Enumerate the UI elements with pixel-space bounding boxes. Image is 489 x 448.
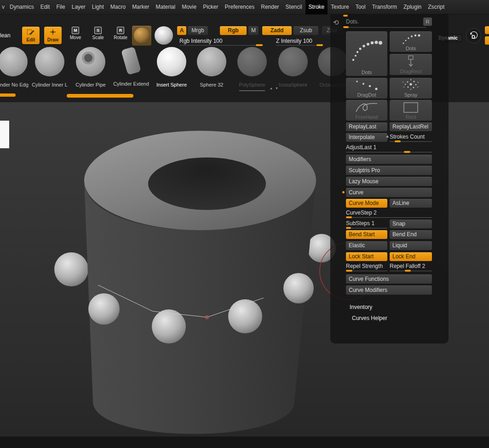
stroke-tile-dragrect[interactable]: DragRect bbox=[390, 54, 432, 75]
menu-item-macro[interactable]: Macro bbox=[107, 0, 129, 14]
adjust-last-thumb[interactable] bbox=[404, 151, 410, 153]
shelf-scroll-down-icon[interactable]: ▼ bbox=[275, 87, 278, 90]
replay-last-button[interactable]: ReplayLast bbox=[346, 122, 387, 131]
as-line-button[interactable]: AsLine bbox=[390, 199, 432, 208]
lock-start-button[interactable]: Lock Start bbox=[346, 252, 387, 261]
restore-config-icon[interactable]: ⟲ bbox=[333, 19, 339, 26]
curves-helper-item[interactable]: Curves Helper bbox=[352, 315, 387, 321]
menu-item-stencil[interactable]: Stencil bbox=[282, 0, 305, 14]
strokes-count-thumb[interactable] bbox=[395, 140, 401, 142]
clipped-left-button-label[interactable]: lean bbox=[0, 32, 11, 39]
menu-item-transform[interactable]: Transform bbox=[369, 0, 400, 14]
snap-button[interactable]: Snap bbox=[390, 220, 432, 228]
curve-section[interactable]: Curve bbox=[346, 188, 432, 197]
interpolate-button[interactable]: Interpolate bbox=[346, 133, 387, 142]
menu-item-render[interactable]: Render bbox=[258, 0, 282, 14]
shelf-scroll-track[interactable] bbox=[239, 90, 265, 91]
stroke-tile-dragdot[interactable]: DragDot bbox=[346, 78, 387, 99]
edit-button[interactable]: Edit bbox=[22, 27, 40, 44]
material-preview-sphere[interactable] bbox=[155, 26, 173, 45]
shelf-item-icosasphere[interactable]: IcosaSphere bbox=[272, 46, 314, 90]
strokes-count-slider[interactable]: Strokes Count bbox=[390, 134, 432, 142]
bend-start-button[interactable]: Bend Start bbox=[346, 230, 387, 239]
lock-end-button[interactable]: Lock End bbox=[390, 252, 432, 261]
stroke-tile-dots-small[interactable]: Dots bbox=[390, 31, 432, 52]
menu-item-file[interactable]: File bbox=[53, 0, 68, 14]
replay-last-rel-button[interactable]: ReplayLastRel bbox=[390, 122, 432, 131]
draw-button[interactable]: Draw bbox=[44, 27, 62, 44]
menu-item-zscript[interactable]: Zscript bbox=[425, 0, 448, 14]
curve-functions-section[interactable]: Curve Functions bbox=[346, 274, 432, 284]
stroke-tile-spray[interactable]: Spray bbox=[390, 78, 432, 99]
z-intensity-track[interactable] bbox=[276, 45, 323, 46]
menu-item-movie[interactable]: Movie bbox=[178, 0, 200, 14]
rgb-intensity-track[interactable] bbox=[179, 45, 263, 46]
shelf-scrollbar-main[interactable] bbox=[67, 94, 133, 98]
scale-button[interactable]: S Scale bbox=[90, 27, 106, 40]
current-stroke-name[interactable]: Dots. bbox=[346, 18, 359, 25]
clipped-right-button-bottom[interactable] bbox=[485, 36, 489, 45]
menu-item-edit[interactable]: Edit bbox=[37, 0, 53, 14]
shelf-scroll-up-icon[interactable]: ▲ bbox=[270, 87, 273, 90]
m-button[interactable]: M bbox=[248, 26, 259, 35]
menu-item-layer[interactable]: Layer bbox=[69, 0, 89, 14]
substeps-slider[interactable]: SubSteps 1 bbox=[346, 220, 387, 228]
menu-item-marker[interactable]: Marker bbox=[129, 0, 152, 14]
menu-item-material[interactable]: Material bbox=[152, 0, 178, 14]
stroke-r-button[interactable]: R bbox=[423, 17, 432, 26]
substeps-thumb[interactable] bbox=[346, 227, 351, 229]
popup-edge-thumb-1[interactable] bbox=[343, 15, 348, 17]
rotate-button[interactable]: R Rotate bbox=[111, 27, 130, 40]
mrgb-button[interactable]: Mrgb bbox=[188, 26, 208, 35]
shelf-item-insert-sphere[interactable]: Insert Sphere bbox=[151, 46, 192, 90]
shelf-item-sphere-32[interactable]: Sphere 32 bbox=[191, 46, 232, 90]
elastic-button[interactable]: Elastic bbox=[346, 241, 387, 250]
clipped-right-button-top[interactable] bbox=[485, 26, 489, 34]
repel-strength-slider[interactable]: Repel Strength bbox=[346, 263, 387, 271]
curve-mode-button[interactable]: Curve Mode bbox=[346, 199, 387, 208]
repel-falloff-thumb[interactable] bbox=[405, 270, 411, 272]
rgb-intensity-slider[interactable]: Rgb Intensity 100 bbox=[179, 38, 222, 44]
dynamic-draw-size-badge[interactable]: D bbox=[466, 28, 481, 43]
menu-item-tool[interactable]: Tool bbox=[352, 0, 369, 14]
stroke-tile-rect[interactable]: Rect bbox=[390, 100, 432, 121]
repel-falloff-slider[interactable]: Repel Falloff 2 bbox=[390, 263, 432, 271]
move-button[interactable]: M Move bbox=[67, 27, 84, 40]
stroke-tile-freehand[interactable]: FreeHand bbox=[346, 100, 387, 121]
zadd-button[interactable]: Zadd bbox=[262, 26, 292, 35]
stroke-tile-dots-large[interactable]: Dots bbox=[346, 31, 387, 76]
menu-item-dynamics[interactable]: Dynamics bbox=[6, 0, 37, 14]
shelf-item-cylinder-pipe[interactable]: Cylinder Pipe bbox=[70, 46, 111, 90]
menu-item-texture[interactable]: Texture bbox=[328, 0, 352, 14]
curve-modifiers-section[interactable]: Curve Modifiers bbox=[346, 285, 432, 295]
insert-sphere-icon bbox=[157, 47, 186, 76]
inventory-item[interactable]: Inventory bbox=[350, 304, 372, 310]
menu-item-zplugin[interactable]: Zplugin bbox=[400, 0, 425, 14]
menu-item-partial-left[interactable]: v bbox=[1, 0, 6, 14]
bend-end-button[interactable]: Bend End bbox=[390, 230, 432, 239]
alpha-channel-button[interactable]: A bbox=[177, 26, 186, 35]
curve-step-slider[interactable]: CurveStep 2 bbox=[346, 209, 432, 218]
shelf-item-polysphere[interactable]: PolySphere bbox=[231, 46, 273, 90]
menu-item-stroke[interactable]: Stroke bbox=[305, 0, 328, 14]
lazy-mouse-section[interactable]: Lazy Mouse bbox=[346, 177, 432, 186]
sphere-32-icon bbox=[197, 47, 226, 76]
sculptris-pro-section[interactable]: Sculptris Pro bbox=[346, 166, 432, 175]
repel-strength-thumb[interactable] bbox=[346, 270, 352, 272]
adjust-last-slider[interactable]: AdjustLast 1 bbox=[346, 144, 432, 152]
menu-item-light[interactable]: Light bbox=[89, 0, 107, 14]
menu-item-picker[interactable]: Picker bbox=[200, 0, 221, 14]
liquid-button[interactable]: Liquid bbox=[390, 241, 432, 250]
rgb-button[interactable]: Rgb bbox=[220, 26, 247, 35]
menu-item-preferences[interactable]: Preferences bbox=[222, 0, 258, 14]
shelf-item-cylinder-extend[interactable]: Cylinder Extend bbox=[110, 46, 152, 90]
stroke-name-thumb[interactable] bbox=[343, 26, 349, 28]
curve-step-thumb[interactable] bbox=[346, 216, 352, 218]
current-material-button[interactable] bbox=[132, 26, 151, 46]
z-intensity-slider[interactable]: Z Intensity 100 bbox=[276, 38, 312, 44]
shelf-item-cylinder-inner-l[interactable]: Cylinder Inner L bbox=[29, 46, 70, 90]
shelf-scrollbar-left[interactable] bbox=[0, 93, 16, 97]
inserted-sphere-4 bbox=[283, 273, 314, 303]
modifiers-section[interactable]: Modifiers bbox=[346, 155, 432, 164]
zsub-button[interactable]: Zsub bbox=[293, 26, 318, 35]
